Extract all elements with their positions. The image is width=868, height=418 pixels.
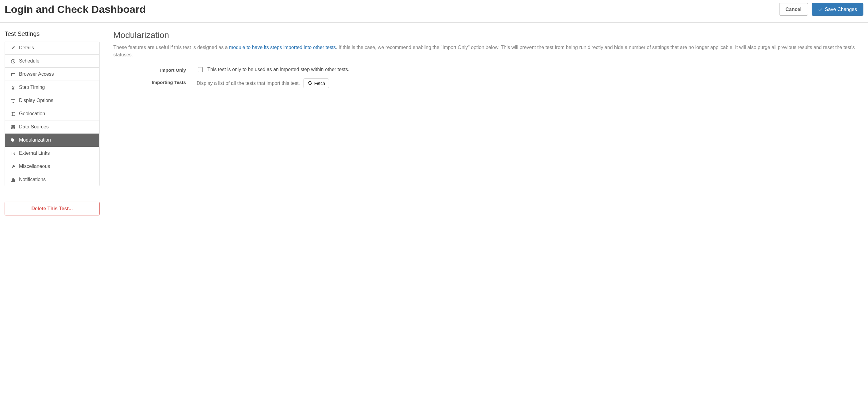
import-only-label: Import Only xyxy=(113,66,197,72)
module-link[interactable]: module to have its steps imported into o… xyxy=(229,45,336,50)
desc-pre: These features are useful if this test i… xyxy=(113,45,229,50)
sidebar-item-schedule[interactable]: Schedule xyxy=(5,55,99,68)
cancel-button[interactable]: Cancel xyxy=(779,3,808,16)
bell-icon xyxy=(10,177,15,182)
sidebar-item-miscellaneous[interactable]: Miscellaneous xyxy=(5,160,99,173)
external-icon xyxy=(10,151,15,156)
cogs-icon xyxy=(10,138,15,143)
import-only-row: Import Only This test is only to be used… xyxy=(113,66,860,73)
content-panel: Modularization These features are useful… xyxy=(113,30,863,215)
header-bar: Login and Check Dashboard Cancel Save Ch… xyxy=(0,0,868,23)
delete-test-label: Delete This Test... xyxy=(32,206,73,211)
sidebar-item-label: Display Options xyxy=(19,98,53,103)
refresh-icon xyxy=(308,81,312,86)
sidebar-item-step-timing[interactable]: Step Timing xyxy=(5,81,99,94)
sidebar-item-notifications[interactable]: Notifications xyxy=(5,173,99,186)
sidebar-item-details[interactable]: Details xyxy=(5,41,99,55)
monitor-icon xyxy=(10,98,15,103)
hourglass-icon xyxy=(10,85,15,90)
sidebar-item-label: Notifications xyxy=(19,177,45,182)
delete-test-button[interactable]: Delete This Test... xyxy=(5,202,99,215)
save-button-label: Save Changes xyxy=(825,6,857,12)
importing-tests-row: Importing Tests Display a list of all th… xyxy=(113,79,860,88)
import-only-text: This test is only to be used as an impor… xyxy=(207,67,349,72)
import-only-checkbox[interactable] xyxy=(198,67,203,72)
sidebar-item-geolocation[interactable]: Geolocation xyxy=(5,107,99,120)
clock-icon xyxy=(10,59,15,63)
importing-tests-text: Display a list of all the tests that imp… xyxy=(197,81,300,86)
sidebar-item-label: Browser Access xyxy=(19,71,54,77)
importing-tests-label: Importing Tests xyxy=(113,79,197,85)
wrench-icon xyxy=(10,164,15,169)
cancel-button-label: Cancel xyxy=(785,6,802,12)
sidebar-item-modularization[interactable]: Modularization xyxy=(5,133,99,147)
pencil-icon xyxy=(10,46,15,50)
sidebar-item-external-links[interactable]: External Links xyxy=(5,147,99,160)
window-icon xyxy=(10,72,15,77)
sidebar-item-label: Miscellaneous xyxy=(19,163,50,169)
check-icon xyxy=(818,6,823,12)
sidebar-item-label: Details xyxy=(19,45,34,51)
sidebar-item-label: Schedule xyxy=(19,58,39,64)
header-actions: Cancel Save Changes xyxy=(779,3,863,16)
fetch-button[interactable]: Fetch xyxy=(304,79,329,88)
database-icon xyxy=(10,125,15,129)
sidebar-item-label: Modularization xyxy=(19,137,51,143)
sidebar: Test Settings DetailsScheduleBrowser Acc… xyxy=(5,30,99,215)
sidebar-item-data-sources[interactable]: Data Sources xyxy=(5,120,99,133)
sidebar-item-display-options[interactable]: Display Options xyxy=(5,94,99,107)
content-description: These features are useful if this test i… xyxy=(113,44,860,59)
sidebar-title: Test Settings xyxy=(5,30,99,37)
globe-icon xyxy=(10,112,15,116)
sidebar-item-label: Step Timing xyxy=(19,85,45,90)
save-button[interactable]: Save Changes xyxy=(812,3,863,16)
fetch-button-label: Fetch xyxy=(314,81,325,86)
page-title: Login and Check Dashboard xyxy=(5,3,146,15)
sidebar-item-label: Geolocation xyxy=(19,111,45,116)
sidebar-list: DetailsScheduleBrowser AccessStep Timing… xyxy=(5,41,99,186)
sidebar-item-label: External Links xyxy=(19,150,50,156)
content-heading: Modularization xyxy=(113,30,860,40)
sidebar-item-label: Data Sources xyxy=(19,124,49,130)
sidebar-item-browser-access[interactable]: Browser Access xyxy=(5,68,99,81)
